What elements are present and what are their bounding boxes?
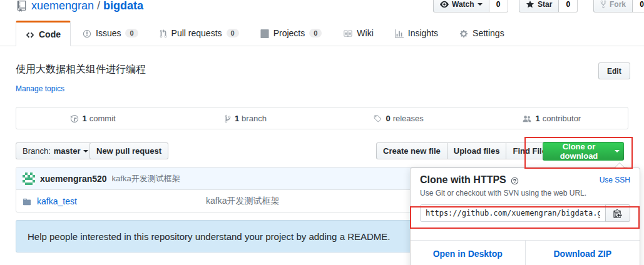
- repo-owner-link[interactable]: xuemengran: [31, 0, 94, 12]
- branch-selector-button[interactable]: Branch: master: [16, 142, 95, 159]
- avatar[interactable]: [23, 172, 35, 185]
- clone-or-download-button[interactable]: Clone or download: [543, 142, 624, 161]
- clone-url-group: [420, 204, 630, 222]
- fork-icon: [600, 0, 606, 9]
- file-link[interactable]: kafka_test: [37, 196, 77, 206]
- watch-label: Watch: [452, 0, 474, 9]
- tab-issues[interactable]: Issues 0: [73, 21, 148, 46]
- stat-commits-label: commit: [89, 114, 116, 123]
- stat-branches-label: branch: [242, 114, 267, 123]
- branch-label: Branch:: [23, 146, 51, 156]
- tag-icon: [373, 114, 382, 123]
- insights-icon: [395, 28, 404, 38]
- projects-icon: [260, 28, 269, 38]
- clone-popover-title: Clone with HTTPS: [420, 174, 506, 186]
- download-zip-button[interactable]: Download ZIP: [525, 241, 640, 265]
- watch-button-group: Watch 0: [433, 0, 508, 12]
- open-in-desktop-button[interactable]: Open in Desktop: [411, 241, 525, 265]
- pull-request-icon: [160, 28, 167, 38]
- tab-code[interactable]: Code: [16, 21, 71, 46]
- fork-button[interactable]: Fork: [593, 0, 633, 12]
- create-new-file-button[interactable]: Create new file: [376, 142, 447, 159]
- clone-or-download-label: Clone or download: [547, 142, 611, 161]
- commit-message-link[interactable]: kafka开发测试框架: [112, 173, 180, 184]
- upload-files-button[interactable]: Upload files: [447, 142, 507, 159]
- stat-contributors-label: contributor: [543, 114, 581, 123]
- commit-author-link[interactable]: xuemengran520: [40, 174, 107, 184]
- stat-branches-count: 1: [235, 114, 239, 123]
- tab-issues-label: Issues: [96, 28, 121, 38]
- manage-topics-link[interactable]: Manage topics: [16, 84, 64, 93]
- repo-description: 使用大数据相关组件进行编程: [16, 63, 146, 76]
- clone-popover: Clone with HTTPS Use SSH Use Git or chec…: [410, 168, 640, 265]
- star-label: Star: [538, 0, 552, 9]
- people-icon: [522, 114, 532, 123]
- repo-breadcrumb: xuemengran / bigdata: [17, 0, 143, 12]
- clone-popover-footer: Open in Desktop Download ZIP: [411, 240, 640, 265]
- stat-contributors[interactable]: 1 contributor: [475, 108, 628, 129]
- clone-url-input[interactable]: [420, 204, 606, 222]
- tab-insights[interactable]: Insights: [386, 21, 447, 46]
- stat-commits[interactable]: 1 commit: [16, 108, 169, 129]
- new-pull-request-button[interactable]: New pull request: [89, 142, 168, 159]
- caret-down-icon: [478, 3, 483, 8]
- copy-url-button[interactable]: [605, 204, 630, 222]
- issues-counter: 0: [125, 29, 138, 38]
- eye-icon: [440, 0, 449, 9]
- repo-stats-bar: 1 commit 1 branch 0 releases 1 contribut…: [16, 107, 628, 129]
- folder-icon: [23, 196, 31, 206]
- edit-description-button[interactable]: Edit: [598, 62, 630, 79]
- tab-insights-label: Insights: [408, 28, 438, 38]
- issue-icon: [83, 28, 91, 38]
- file-actions-group: Create new file Upload files Find File: [376, 142, 553, 159]
- watch-count[interactable]: 0: [489, 0, 508, 12]
- gear-icon: [459, 28, 468, 38]
- stat-releases[interactable]: 0 releases: [322, 108, 475, 129]
- caret-down-icon: [615, 150, 620, 155]
- stat-commits-count: 1: [83, 114, 87, 123]
- wiki-icon: [343, 28, 352, 38]
- tab-settings[interactable]: Settings: [450, 21, 514, 46]
- readme-banner-text: Help people interested in this repositor…: [28, 231, 391, 242]
- tab-pull-requests-label: Pull requests: [171, 28, 222, 38]
- fork-count[interactable]: 0: [633, 0, 644, 12]
- repo-nav: Code Issues 0 Pull requests 0 Projects 0…: [0, 21, 644, 46]
- stat-releases-label: releases: [393, 114, 424, 123]
- repo-name-link[interactable]: bigdata: [103, 0, 143, 12]
- tab-code-label: Code: [39, 29, 61, 39]
- tab-pull-requests[interactable]: Pull requests 0: [150, 21, 248, 46]
- file-commit-message[interactable]: kafka开发测试框架: [206, 196, 279, 207]
- watch-button[interactable]: Watch: [433, 0, 489, 12]
- clipboard-icon: [613, 209, 622, 218]
- tab-wiki-label: Wiki: [357, 28, 373, 38]
- clone-popover-subtitle: Use Git or checkout with SVN using the w…: [420, 189, 630, 198]
- fork-label: Fork: [610, 0, 626, 9]
- tab-projects-label: Projects: [273, 28, 305, 38]
- star-count[interactable]: 0: [559, 0, 578, 12]
- branch-name: master: [54, 146, 81, 156]
- code-icon: [26, 29, 34, 39]
- fork-button-group: Fork 0: [593, 0, 644, 12]
- stat-releases-count: 0: [386, 114, 390, 123]
- stat-branches[interactable]: 1 branch: [169, 108, 322, 129]
- star-button[interactable]: Star: [519, 0, 559, 12]
- stat-contributors-count: 1: [536, 114, 540, 123]
- tab-projects[interactable]: Projects 0: [251, 21, 332, 46]
- use-ssh-link[interactable]: Use SSH: [600, 176, 630, 184]
- github-repo-page: xuemengran / bigdata Watch 0 Star 0 Fork…: [0, 0, 644, 265]
- branch-icon: [225, 114, 231, 123]
- caret-down-icon: [83, 150, 88, 155]
- pull-requests-counter: 0: [227, 29, 239, 38]
- history-icon: [70, 114, 79, 123]
- breadcrumb-separator: /: [97, 0, 100, 12]
- projects-counter: 0: [309, 29, 322, 38]
- tab-settings-label: Settings: [473, 28, 504, 38]
- tab-wiki[interactable]: Wiki: [334, 21, 382, 46]
- star-icon: [526, 0, 534, 9]
- help-icon[interactable]: [511, 174, 519, 186]
- star-button-group: Star 0: [519, 0, 578, 12]
- repo-icon: [17, 0, 26, 12]
